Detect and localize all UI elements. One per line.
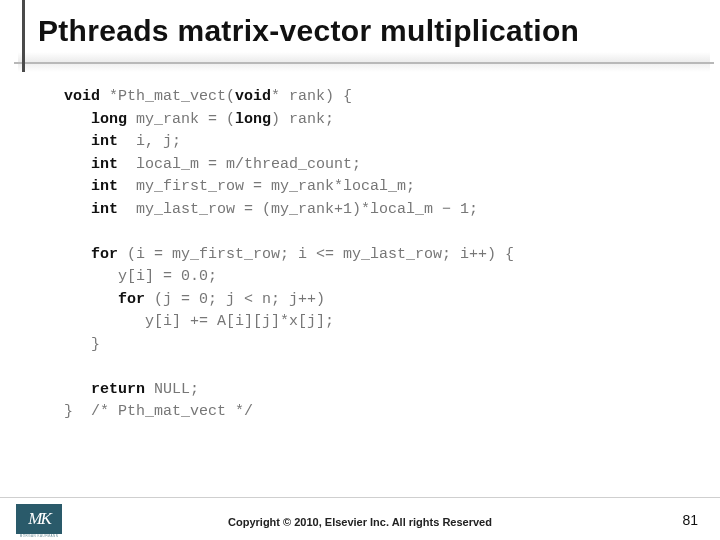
code-text: y[i] = 0.0; [64,268,217,285]
code-kw: int [64,133,118,150]
code-text: local_m = m/thread_count; [118,156,361,173]
copyright-text: Copyright © 2010, Elsevier Inc. All righ… [0,516,720,528]
code-kw: int [64,201,118,218]
code-text: (j = 0; j < n; j++) [145,291,325,308]
page-number: 81 [682,512,698,528]
code-text: } [64,336,100,353]
code-kw: void [235,88,271,105]
code-kw: for [64,291,145,308]
code-text: (i = my_first_row; i <= my_last_row; i++… [118,246,514,263]
logo-subtext: MORGAN KAUFMANN [16,534,62,538]
title-horizontal-rule [14,62,714,64]
code-kw: int [64,156,118,173]
code-text: i, j; [118,133,181,150]
code-text: NULL; [145,381,199,398]
code-text: * rank) { [271,88,352,105]
title-bar: Pthreads matrix-vector multiplication [38,14,702,72]
code-kw: int [64,178,118,195]
code-listing: void *Pth_mat_vect(void* rank) { long my… [64,86,680,424]
code-text: ) rank; [271,111,334,128]
code-text: my_last_row = (my_rank+1)*local_m − 1; [118,201,478,218]
footer: MK MORGAN KAUFMANN Copyright © 2010, Els… [0,497,720,540]
code-kw: long [64,111,127,128]
code-kw: void [64,88,100,105]
code-text: } /* Pth_mat_vect */ [64,403,253,420]
title-left-rule [22,0,25,72]
code-text: *Pth_mat_vect( [100,88,235,105]
code-text: y[i] += A[i][j]*x[j]; [64,313,334,330]
code-text: my_first_row = my_rank*local_m; [118,178,415,195]
code-kw: long [235,111,271,128]
slide: Pthreads matrix-vector multiplication vo… [0,0,720,540]
code-text: my_rank = ( [127,111,235,128]
code-kw: return [64,381,145,398]
code-kw: for [64,246,118,263]
page-title: Pthreads matrix-vector multiplication [38,14,702,48]
